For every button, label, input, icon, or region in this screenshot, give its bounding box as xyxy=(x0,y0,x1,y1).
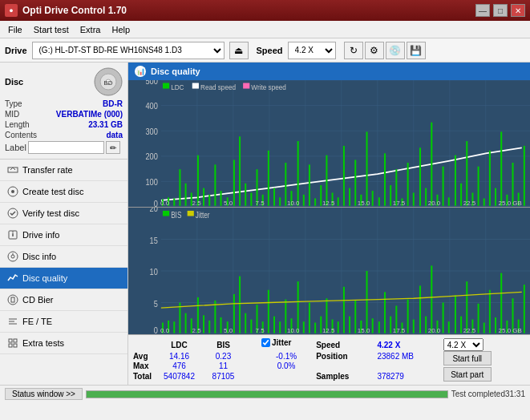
stats-table: LDC BIS Jitter Speed 4.22 X xyxy=(133,338,525,382)
sidebar-item-transfer-rate[interactable]: Transfer rate xyxy=(0,160,127,181)
svg-text:500: 500 xyxy=(145,80,158,86)
disc-type-value: BD-R xyxy=(103,99,123,108)
disc-title: Disc xyxy=(5,77,23,87)
disc-contents-row: Contents data xyxy=(5,131,123,139)
svg-rect-183 xyxy=(343,287,345,333)
fe-te-icon xyxy=(6,315,19,328)
settings-button[interactable]: ⚙ xyxy=(365,42,384,59)
svg-rect-66 xyxy=(197,155,199,206)
sidebar: Disc BD Type BD-R MID VERBATIMe (000) Le… xyxy=(0,63,128,385)
svg-rect-91 xyxy=(343,146,345,206)
max-bis: 11 xyxy=(201,361,245,372)
max-jitter: 0.0% xyxy=(261,361,311,372)
sidebar-label-disc-quality: Disc quality xyxy=(22,273,67,283)
samples-val: 378279 xyxy=(374,371,439,382)
sidebar-item-disc-quality[interactable]: Disc quality xyxy=(0,268,127,289)
disc-graphic: BD xyxy=(94,67,123,96)
chart-header-icon: 📊 xyxy=(135,66,146,77)
disc-quality-icon xyxy=(6,272,19,285)
disc-label-edit-button[interactable]: ✏ xyxy=(106,141,120,154)
disc-mid-label: MID xyxy=(5,110,19,119)
sidebar-item-fe-te[interactable]: FE / TE xyxy=(0,311,127,333)
sidebar-item-drive-info[interactable]: Drive info xyxy=(0,224,127,246)
jitter-header: Jitter xyxy=(272,338,291,347)
svg-rect-106 xyxy=(431,123,432,206)
maximize-button[interactable]: □ xyxy=(493,4,508,17)
svg-text:20: 20 xyxy=(150,208,158,214)
start-full-button[interactable]: Start full xyxy=(443,351,492,365)
avg-label: Avg xyxy=(133,351,157,361)
menu-help[interactable]: Help xyxy=(107,24,135,35)
svg-text:Jitter: Jitter xyxy=(196,210,210,220)
main-content: Disc BD Type BD-R MID VERBATIMe (000) Le… xyxy=(0,63,530,385)
svg-point-12 xyxy=(11,255,14,258)
jitter-checkbox[interactable] xyxy=(261,338,270,347)
svg-text:0: 0 xyxy=(154,199,159,207)
svg-point-14 xyxy=(8,295,18,305)
start-part-button[interactable]: Start part xyxy=(443,367,492,382)
app-icon: ● xyxy=(5,4,18,17)
create-test-disc-icon xyxy=(6,185,19,198)
menu-start-test[interactable]: Start test xyxy=(29,24,74,35)
menu-extra[interactable]: Extra xyxy=(75,24,106,35)
svg-rect-58 xyxy=(243,83,249,89)
eject-button[interactable]: ⏏ xyxy=(229,42,249,59)
svg-text:Write speed: Write speed xyxy=(251,83,286,91)
close-button[interactable]: ✕ xyxy=(511,4,525,17)
svg-rect-198 xyxy=(431,265,432,333)
sidebar-nav: Transfer rate Create test disc Verify te… xyxy=(0,160,127,354)
drive-select[interactable]: (G:) HL-DT-ST BD-RE WH16NS48 1.D3 xyxy=(32,42,225,59)
ldc-chart-svg: 500 400 300 200 100 0 18X 16X 14X 12X 10… xyxy=(128,80,530,207)
total-ldc: 5407842 xyxy=(157,371,201,382)
svg-rect-56 xyxy=(192,83,199,89)
menu-bar: File Start test Extra Help xyxy=(0,21,530,38)
svg-text:100: 100 xyxy=(145,177,158,187)
svg-rect-21 xyxy=(9,344,12,347)
disc-label-row: Label ✏ xyxy=(5,141,123,154)
sidebar-item-verify-test-disc[interactable]: Verify test disc xyxy=(0,203,127,224)
sidebar-item-extra-tests[interactable]: Extra tests xyxy=(0,333,127,354)
svg-rect-187 xyxy=(366,271,368,333)
title-bar: ● Opti Drive Control 1.70 — □ ✕ xyxy=(0,0,530,21)
refresh-button[interactable]: ↻ xyxy=(344,42,363,59)
stats-panel: LDC BIS Jitter Speed 4.22 X xyxy=(128,334,530,385)
sidebar-item-create-test-disc[interactable]: Create test disc xyxy=(0,181,127,203)
speed-label: Speed xyxy=(257,46,283,55)
drive-label: Drive xyxy=(5,46,27,55)
speed-stat-select[interactable]: 4.2 X xyxy=(443,338,483,351)
minimize-button[interactable]: — xyxy=(475,4,490,17)
disc-label-input[interactable] xyxy=(28,141,104,154)
svg-text:10: 10 xyxy=(150,266,158,277)
sidebar-item-disc-info[interactable]: Disc info xyxy=(0,246,127,268)
menu-file[interactable]: File xyxy=(3,24,27,35)
svg-rect-98 xyxy=(384,153,386,206)
svg-text:Read speed: Read speed xyxy=(200,83,236,91)
sidebar-label-transfer-rate: Transfer rate xyxy=(22,165,73,175)
svg-point-6 xyxy=(11,190,14,193)
position-val: 23862 MB xyxy=(374,351,439,361)
sidebar-item-cd-bier[interactable]: CD Bier xyxy=(0,289,127,311)
avg-ldc: 14.16 xyxy=(157,351,201,361)
sidebar-label-verify-test-disc: Verify test disc xyxy=(22,208,79,218)
svg-rect-204 xyxy=(466,281,467,333)
chart-title: Disc quality xyxy=(151,67,200,76)
sidebar-label-disc-info: Disc info xyxy=(22,252,56,261)
svg-rect-122 xyxy=(524,146,525,206)
status-window-button[interactable]: Status window >> xyxy=(5,388,83,400)
progress-bar-fill xyxy=(87,391,447,398)
transfer-rate-icon xyxy=(6,164,19,176)
chart-area: 📊 Disc quality xyxy=(128,63,530,385)
speed-select[interactable]: 4.2 X xyxy=(288,42,336,59)
svg-text:400: 400 xyxy=(145,102,158,111)
avg-bis: 0.23 xyxy=(201,351,245,361)
ldc-chart: 500 400 300 200 100 0 18X 16X 14X 12X 10… xyxy=(128,80,530,208)
disc-button[interactable]: 💿 xyxy=(386,42,405,59)
svg-text:BIS: BIS xyxy=(171,210,181,220)
save-button[interactable]: 💾 xyxy=(407,42,426,59)
svg-text:LDC: LDC xyxy=(171,83,184,91)
app-title: Opti Drive Control 1.70 xyxy=(22,5,127,16)
progress-bar xyxy=(86,390,448,398)
disc-mid-value: VERBATIMe (000) xyxy=(56,110,123,119)
disc-type-label: Type xyxy=(5,99,22,108)
svg-rect-78 xyxy=(268,151,269,206)
